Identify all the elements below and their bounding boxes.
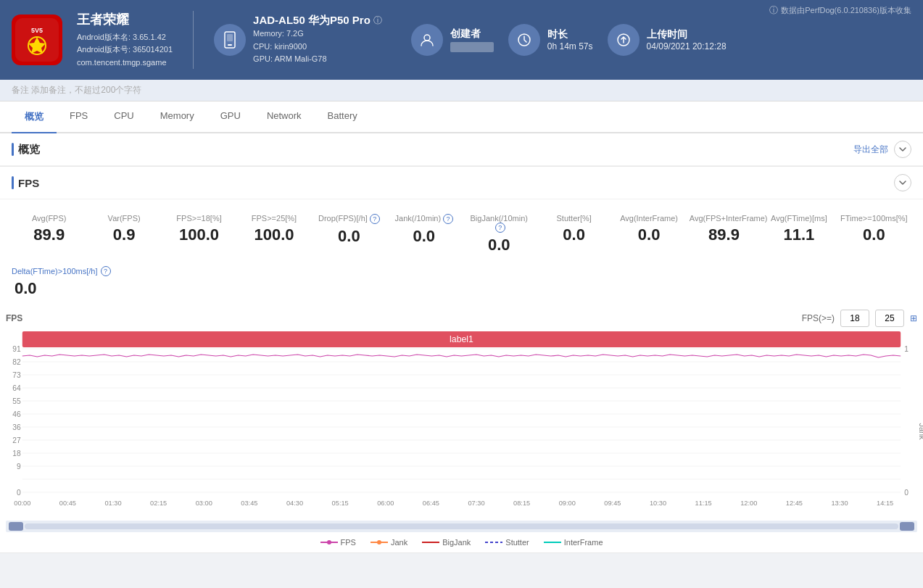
svg-text:00:00: 00:00 (14, 500, 30, 507)
info-icon: ⓘ (769, 4, 778, 17)
svg-text:Jank: Jank (918, 423, 923, 440)
tab-overview[interactable]: 概览 (12, 102, 57, 133)
creator-value-bar (450, 42, 494, 52)
svg-text:1: 1 (904, 345, 908, 353)
fps-25-input[interactable] (875, 310, 904, 327)
duration-stat: 时长 0h 14m 57s (508, 24, 593, 56)
legend-fps: FPS (320, 538, 356, 547)
app-android-build: Android版本号: 365014201 (77, 44, 173, 57)
fps-stat-cell: Jank(/10min)?0.0 (386, 208, 461, 260)
tab-gpu[interactable]: GPU (207, 102, 254, 133)
svg-rect-6 (227, 34, 233, 41)
app-android-version: Android版本名: 3.65.1.42 (77, 31, 173, 44)
fps-stat-cell: Avg(FPS+InterFrame)89.9 (687, 208, 761, 260)
svg-text:73: 73 (12, 371, 21, 379)
stat-help-icon[interactable]: ? (495, 223, 505, 233)
fps-stat-cell: Drop(FPS)[/h]?0.0 (312, 208, 386, 260)
svg-text:08:15: 08:15 (513, 500, 530, 507)
upload-stat: 上传时间 04/09/2021 20:12:28 (608, 24, 727, 56)
svg-text:00:45: 00:45 (59, 500, 76, 507)
legend-jank: Jank (371, 538, 407, 547)
export-all-button[interactable]: 导出全部 (853, 144, 888, 156)
delta-value: 0.0 (15, 279, 911, 298)
fps-stat-cell: Var(FPS)0.9 (86, 208, 161, 260)
device-model: JAD-AL50 华为P50 Pro (253, 14, 371, 28)
svg-text:36: 36 (12, 423, 21, 431)
fps-gte-label: FPS(>=) (802, 313, 835, 323)
creator-info: 创建者 (450, 28, 494, 52)
stat-help-icon[interactable]: ? (370, 214, 380, 224)
chart-scrollbar[interactable] (6, 521, 917, 532)
upload-label: 上传时间 (647, 28, 727, 41)
creator-icon (411, 24, 443, 56)
svg-rect-12 (22, 349, 901, 494)
svg-text:14:15: 14:15 (877, 500, 893, 507)
device-section: JAD-AL50 华为P50 Pro ⓘ Memory: 7.2G CPU: k… (214, 14, 382, 66)
tab-memory[interactable]: Memory (147, 102, 207, 133)
svg-text:27: 27 (12, 436, 21, 444)
svg-text:0: 0 (904, 489, 908, 497)
device-info: JAD-AL50 华为P50 Pro ⓘ Memory: 7.2G CPU: k… (253, 14, 382, 66)
fps-stat-cell: BigJank(/10min)?0.0 (462, 208, 537, 260)
app-info: 王者荣耀 Android版本名: 3.65.1.42 Android版本号: 3… (77, 11, 173, 70)
svg-text:46: 46 (12, 410, 21, 418)
fps-title: FPS (12, 176, 39, 189)
overview-section: 概览 导出全部 (0, 133, 923, 167)
svg-text:03:00: 03:00 (196, 500, 212, 507)
tab-cpu[interactable]: CPU (101, 102, 146, 133)
tab-fps[interactable]: FPS (57, 102, 101, 133)
header-stats: 创建者 时长 0h 14m 57s (411, 24, 727, 56)
scrollbar-right-handle[interactable] (900, 522, 914, 531)
app-icon: 5V5 (12, 15, 62, 65)
svg-text:5V5: 5V5 (31, 27, 43, 34)
svg-text:09:00: 09:00 (559, 500, 576, 507)
fps-section: FPS Avg(FPS)89.9Var(FPS)0.9FPS>=18[%]100… (0, 167, 923, 553)
svg-text:05:15: 05:15 (332, 500, 349, 507)
chart-fullscreen-button[interactable]: ⊞ (910, 313, 917, 323)
fps-collapse-button[interactable] (894, 174, 911, 191)
delta-label: Delta(FTime)>100ms[/h] ? (12, 266, 911, 276)
delta-help-icon[interactable]: ? (101, 266, 111, 276)
tab-network[interactable]: Network (254, 102, 315, 133)
fps-controls: FPS(>=) ⊞ (802, 310, 917, 327)
fps-chart-svg: label1 91 82 73 64 (0, 330, 923, 518)
device-icon (214, 24, 246, 56)
svg-text:label1: label1 (450, 334, 473, 344)
legend-interframe: InterFrame (544, 538, 603, 547)
header-divider (193, 11, 194, 69)
svg-text:04:30: 04:30 (286, 500, 303, 507)
svg-text:91: 91 (12, 345, 21, 353)
notes-bar: 备注 添加备注，不超过200个字符 (0, 80, 923, 102)
app-package: com.tencent.tmgp.sgame (77, 57, 173, 70)
svg-text:01:30: 01:30 (104, 500, 121, 507)
duration-value: 0h 14m 57s (547, 41, 593, 51)
svg-text:18: 18 (12, 450, 21, 457)
tab-battery[interactable]: Battery (315, 102, 371, 133)
svg-point-7 (424, 35, 430, 41)
svg-text:11:15: 11:15 (695, 500, 712, 507)
stat-help-icon[interactable]: ? (443, 214, 453, 224)
upload-info: 上传时间 04/09/2021 20:12:28 (647, 28, 727, 51)
svg-text:55: 55 (12, 397, 21, 405)
fps-section-header: FPS (0, 167, 923, 199)
chart-wrapper: label1 91 82 73 64 (0, 330, 923, 521)
svg-text:9: 9 (17, 463, 21, 471)
fps-stats-grid: Avg(FPS)89.9Var(FPS)0.9FPS>=18[%]100.0FP… (0, 199, 923, 263)
svg-text:10:30: 10:30 (650, 500, 666, 507)
device-memory: Memory: 7.2G (253, 28, 382, 41)
legend-bigjank: BigJank (422, 538, 471, 547)
main-content: 概览 导出全部 FPS Avg(FPS)89.9Var(FPS)0.9FPS>=… (0, 133, 923, 553)
duration-info: 时长 0h 14m 57s (547, 28, 593, 51)
notes-placeholder: 备注 添加备注，不超过200个字符 (12, 85, 141, 95)
svg-text:06:45: 06:45 (423, 500, 439, 507)
scrollbar-left-handle[interactable] (9, 522, 23, 531)
fps-stat-cell: Avg(InterFrame)0.0 (611, 208, 686, 260)
overview-collapse-button[interactable] (894, 141, 911, 158)
svg-point-60 (327, 540, 331, 544)
fps-stat-cell: FPS>=25[%]100.0 (236, 208, 311, 260)
fps-18-input[interactable] (840, 310, 869, 327)
scrollbar-track[interactable] (25, 523, 898, 529)
device-cpu: CPU: kirin9000 (253, 41, 382, 54)
svg-rect-5 (228, 44, 232, 46)
upload-value: 04/09/2021 20:12:28 (647, 41, 727, 51)
